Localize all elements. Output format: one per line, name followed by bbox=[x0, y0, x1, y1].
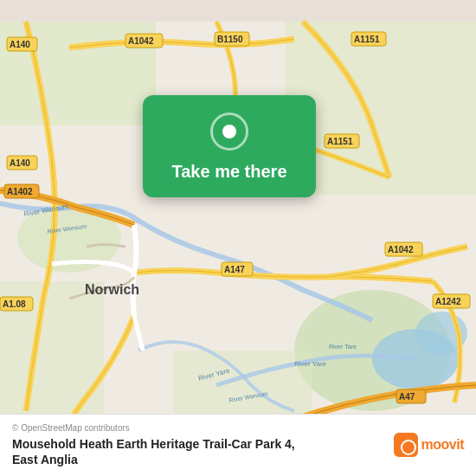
moovit-icon bbox=[394, 433, 418, 457]
svg-text:A1042: A1042 bbox=[128, 36, 154, 46]
svg-text:A47: A47 bbox=[399, 392, 415, 402]
svg-text:Norwich: Norwich bbox=[85, 282, 139, 297]
svg-text:A140: A140 bbox=[10, 158, 30, 168]
moovit-text: moovit bbox=[421, 437, 464, 453]
svg-text:River Tare: River Tare bbox=[329, 344, 357, 350]
svg-text:A1402: A1402 bbox=[7, 187, 33, 196]
map-container: A140 A140 A1042 B1150 A1151 A1151 A1402 … bbox=[0, 0, 476, 476]
location-info: © OpenStreetMap contributors Mousehold H… bbox=[12, 423, 385, 467]
svg-text:A1.08: A1.08 bbox=[3, 299, 26, 309]
svg-text:A140: A140 bbox=[10, 40, 30, 49]
location-name: Mousehold Heath Earth Heritage Trail-Car… bbox=[12, 436, 385, 467]
svg-text:A1151: A1151 bbox=[327, 137, 353, 146]
svg-text:River Yare: River Yare bbox=[294, 360, 327, 368]
map-svg: A140 A140 A1042 B1150 A1151 A1151 A1402 … bbox=[0, 0, 476, 476]
svg-text:A1042: A1042 bbox=[388, 245, 414, 254]
location-pin-dot bbox=[222, 125, 236, 138]
moovit-logo: moovit bbox=[394, 433, 464, 457]
svg-text:B1150: B1150 bbox=[217, 35, 243, 44]
cta-card[interactable]: Take me there bbox=[143, 95, 316, 197]
copyright-text: © OpenStreetMap contributors bbox=[12, 423, 385, 433]
take-me-there-button[interactable]: Take me there bbox=[171, 161, 286, 182]
svg-text:A1151: A1151 bbox=[354, 35, 380, 44]
svg-text:A147: A147 bbox=[224, 265, 245, 274]
location-pin-circle bbox=[210, 113, 248, 151]
info-bar: © OpenStreetMap contributors Mousehold H… bbox=[0, 414, 476, 476]
svg-text:A1242: A1242 bbox=[435, 297, 461, 306]
